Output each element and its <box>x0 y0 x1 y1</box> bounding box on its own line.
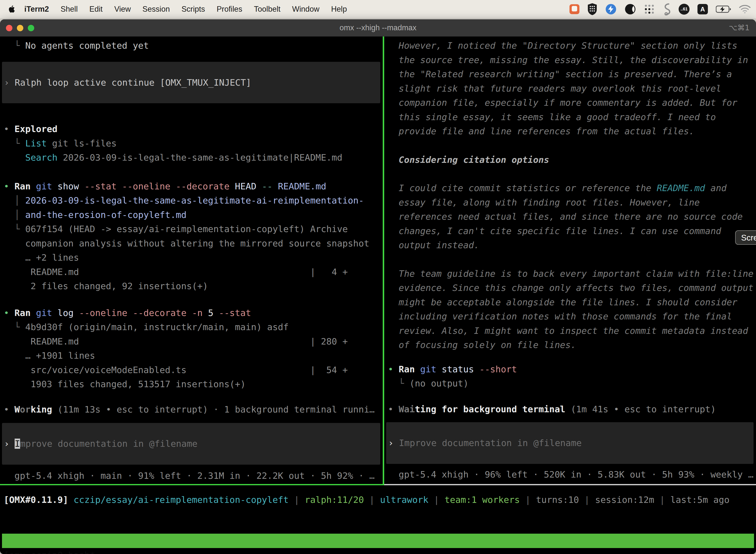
ralph-loop-banner[interactable]: › Ralph loop active continue [OMX_TMUX_I… <box>2 62 380 104</box>
prompt-input-right[interactable]: › Improve documentation in @filename <box>386 422 754 464</box>
omx-separator <box>68 495 74 505</box>
prompt-input-left[interactable]: › Improve documentation in @filename <box>2 423 380 465</box>
text-segment: git <box>36 181 58 191</box>
text-segment: the "Related research writing" section i… <box>388 69 732 79</box>
battery-icon[interactable] <box>716 5 731 13</box>
screen-overlay-tooltip: Scre <box>735 230 756 245</box>
tmux-pane-right[interactable]: However, I noticed the "Directory Struct… <box>384 37 756 484</box>
text-segment: -- <box>262 181 278 191</box>
omx-separator: | <box>654 495 671 505</box>
text-segment: The team guideline is to back every impo… <box>388 269 754 279</box>
model-status-right: gpt-5.4 xhigh · 96% left · 520K in · 5.8… <box>384 467 756 482</box>
menu-item-edit[interactable]: Edit <box>89 5 103 14</box>
text-segment: │ <box>4 195 25 206</box>
menu-item-help[interactable]: Help <box>331 5 347 14</box>
text-segment: No agents completed yet <box>25 41 149 51</box>
reasoning-text: output instead. <box>384 238 756 253</box>
text-segment: --short <box>479 364 517 374</box>
text-segment: Considering citation options <box>388 155 549 165</box>
text-segment: or <box>20 404 30 414</box>
spacer <box>384 464 756 467</box>
omx-mode: ultrawork <box>380 495 428 505</box>
text-segment: README.md | 4 + <box>4 267 348 277</box>
explored-search-item: Search 2026-03-09-is-legal-the-same-as-l… <box>0 151 383 165</box>
menu-item-toolbelt[interactable]: Toolbelt <box>254 5 280 14</box>
title-bar[interactable]: omx --xhigh --madmax ⌥⌘1 <box>0 19 756 37</box>
model-status-left: gpt-5.4 xhigh · main · 91% left · 2.31M … <box>0 468 383 483</box>
omx-ralph-counter: ralph:11/20 <box>305 495 364 505</box>
spacer <box>0 165 383 179</box>
git-log-output: src/voice/voiceModeEnabled.ts | 54 + <box>0 363 383 377</box>
dots-grid-icon[interactable] <box>644 4 655 15</box>
pie-icon[interactable] <box>625 3 636 15</box>
text-segment: • <box>388 364 398 374</box>
reasoning-text: the source tree, missing the essay. Stil… <box>384 53 756 67</box>
menu-item-scripts[interactable]: Scripts <box>182 5 205 14</box>
text-segment: gpt-5.4 xhigh · 96% left · 520K in · 5.8… <box>388 469 754 480</box>
apple-menu-icon[interactable] <box>8 5 15 13</box>
text-segment: 5 <box>208 308 219 318</box>
text-segment: W <box>14 404 20 414</box>
tmux-session-label[interactable]: [omx-cczip0:bash* <box>4 548 95 554</box>
text-segment: 4b9d30f (origin/main, instructkr/main, m… <box>25 322 289 332</box>
text-segment: src/voice/voiceModeEnabled.ts | 54 + <box>4 365 348 375</box>
menu-item-profiles[interactable]: Profiles <box>216 5 242 14</box>
lightning-icon[interactable] <box>605 3 617 15</box>
menu-item-view[interactable]: View <box>114 5 131 14</box>
spacer <box>384 37 756 39</box>
command-wrap-line: │ 2026-03-09-is-legal-the-same-as-legiti… <box>0 193 383 208</box>
omx-status-line: [OMX#0.11.9] cczip/essay/ai-reimplementa… <box>0 493 756 507</box>
text-segment: 2026-03-09-is-legal-the-same-as-legitima… <box>58 152 342 163</box>
text-segment: companion file, especially if more comme… <box>388 98 737 108</box>
omx-turns: turns:10 <box>536 495 579 505</box>
spacer <box>384 138 756 153</box>
text-segment: Ran <box>398 364 420 374</box>
terminal-content[interactable]: └ No agents completed yet› Ralph loop ac… <box>0 37 756 533</box>
reasoning-text: essay file, along with finding root file… <box>384 195 756 210</box>
text-segment: provide file and line references from th… <box>388 126 694 136</box>
badge-61-icon[interactable]: ..61 <box>679 4 690 15</box>
menu-item-session[interactable]: Session <box>142 5 170 14</box>
tmux-pane-left[interactable]: └ No agents completed yet› Ralph loop ac… <box>0 37 383 484</box>
keyboard-a-icon[interactable]: A <box>697 4 708 14</box>
readme-link: README.md <box>657 183 705 193</box>
text-segment: review. Also, I might want to inspect th… <box>388 326 748 336</box>
menu-item-iterm2[interactable]: iTerm2 <box>24 5 49 14</box>
text-segment: git <box>420 364 442 374</box>
spacer <box>0 53 383 62</box>
text-segment: including verification notes with those … <box>388 311 732 321</box>
text-segment: essay file, along with finding root file… <box>388 197 700 208</box>
text-segment: references need actual files, and since … <box>388 212 743 222</box>
text-segment: • <box>4 404 14 414</box>
shield-grid-icon[interactable] <box>587 3 597 15</box>
text-segment: List <box>25 138 47 149</box>
text-segment <box>4 152 25 163</box>
spacer <box>0 293 383 306</box>
text-segment: 067f154 (HEAD -> essay/ai-reimplementati… <box>25 224 348 234</box>
reasoning-text: including verification notes with those … <box>384 309 756 324</box>
git-show-output: 2 files changed, 92 insertions(+) <box>0 279 383 293</box>
text-segment: └ <box>4 41 25 51</box>
text-segment: … +1901 lines <box>4 350 95 361</box>
text-segment: └ <box>4 138 25 149</box>
window-shortcut-badge: ⌥⌘1 <box>729 23 750 32</box>
text-segment: Ran <box>14 308 36 318</box>
spacer <box>0 103 383 122</box>
squiggle-icon[interactable] <box>663 3 671 15</box>
text-segment: show <box>58 181 84 191</box>
reasoning-text: references need actual files, and since … <box>384 210 756 224</box>
omx-last: last:5m ago <box>671 495 730 505</box>
reasoning-heading: Considering citation options <box>384 153 756 167</box>
text-segment: mprove documentation in @filename <box>20 439 197 449</box>
text-segment: Improve documentation in @filename <box>399 438 582 448</box>
wifi-icon[interactable] <box>739 5 751 13</box>
text-segment: However, I noticed the "Directory Struct… <box>388 41 737 51</box>
spacer <box>384 416 756 422</box>
text-segment: slight risk that future readers may over… <box>388 84 721 94</box>
menu-status-icons: ..61 A <box>569 0 751 18</box>
text-segment: --oneline --decorate <box>79 308 192 318</box>
text-segment: ting for background terminal <box>415 404 565 414</box>
menu-item-window[interactable]: Window <box>292 5 319 14</box>
menu-item-shell[interactable]: Shell <box>61 5 78 14</box>
chat-icon[interactable] <box>569 4 579 14</box>
